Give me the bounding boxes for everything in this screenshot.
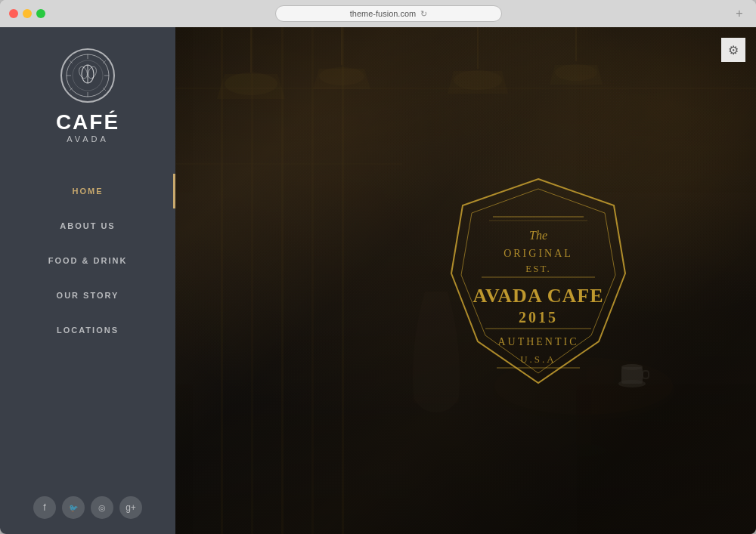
svg-rect-16 [281, 27, 284, 534]
sidebar: CAFÉ AVADA HOME ABOUT US FOOD & DRINK OU… [0, 27, 175, 534]
svg-text:AVADA CAFE: AVADA CAFE [472, 285, 603, 307]
svg-rect-14 [221, 27, 223, 534]
svg-text:The: The [529, 229, 547, 242]
svg-rect-17 [311, 27, 314, 534]
nav-item-home[interactable]: HOME [0, 174, 175, 208]
twitter-icon[interactable]: 🐦 [62, 496, 85, 519]
logo-area: CAFÉ AVADA [0, 27, 175, 159]
instagram-symbol: ◎ [98, 503, 106, 513]
svg-text:AUTHENTIC: AUTHENTIC [497, 336, 578, 347]
traffic-lights [9, 9, 45, 18]
browser-content: CAFÉ AVADA HOME ABOUT US FOOD & DRINK OU… [0, 27, 756, 534]
brand-name: CAFÉ [56, 112, 119, 133]
nav-label-story: OUR STORY [57, 291, 119, 300]
logo-image [65, 53, 110, 98]
facebook-symbol: f [43, 502, 45, 513]
svg-text:U.S.A: U.S.A [520, 353, 556, 365]
badge-svg: The ORIGINAL EST. AVADA CAFE 2015 AUTHEN… [448, 175, 629, 387]
google-plus-symbol: g+ [125, 502, 136, 513]
nav-label-about: ABOUT US [60, 221, 115, 230]
nav-label-locations: LOCATIONS [57, 326, 119, 335]
fullscreen-button[interactable] [36, 9, 45, 18]
nav-item-locations[interactable]: LOCATIONS [0, 313, 175, 347]
svg-rect-42 [414, 397, 459, 403]
main-hero: ⚙ The ORIGINAL EST. [175, 27, 756, 534]
minimize-button[interactable] [23, 9, 32, 18]
nav-menu: HOME ABOUT US FOOD & DRINK OUR STORY LOC… [0, 174, 175, 481]
svg-rect-15 [251, 27, 253, 534]
logo-circle [60, 48, 115, 103]
browser-window: theme-fusion.com ↻ + [0, 0, 756, 534]
google-plus-icon[interactable]: g+ [119, 496, 142, 519]
svg-rect-18 [342, 27, 344, 534]
svg-marker-30 [448, 71, 508, 94]
twitter-symbol: 🐦 [69, 504, 78, 512]
nav-item-about[interactable]: ABOUT US [0, 208, 175, 243]
address-bar-container: theme-fusion.com ↻ [82, 5, 696, 22]
badge-emblem: The ORIGINAL EST. AVADA CAFE 2015 AUTHEN… [448, 175, 629, 387]
nav-label-home: HOME [73, 187, 104, 196]
instagram-icon[interactable]: ◎ [91, 496, 113, 519]
social-bar: f 🐦 ◎ g+ [0, 481, 175, 534]
svg-marker-32 [550, 65, 603, 85]
svg-text:2015: 2015 [519, 309, 558, 326]
svg-marker-28 [313, 69, 370, 89]
brand-sub: AVADA [67, 134, 109, 144]
new-tab-button[interactable]: + [732, 6, 747, 21]
svg-text:ORIGINAL: ORIGINAL [503, 248, 573, 259]
close-button[interactable] [9, 9, 18, 18]
facebook-icon[interactable]: f [33, 496, 56, 519]
address-bar[interactable]: theme-fusion.com ↻ [275, 5, 502, 22]
svg-marker-26 [217, 74, 285, 99]
nav-item-food-drink[interactable]: FOOD & DRINK [0, 243, 175, 278]
svg-rect-20 [175, 163, 402, 165]
browser-titlebar: theme-fusion.com ↻ + [0, 0, 756, 27]
refresh-icon[interactable]: ↻ [420, 9, 427, 19]
svg-point-36 [561, 444, 606, 456]
nav-item-our-story[interactable]: OUR STORY [0, 278, 175, 313]
svg-text:EST.: EST. [525, 263, 550, 274]
nav-label-food: FOOD & DRINK [48, 256, 128, 265]
url-text: theme-fusion.com [350, 9, 416, 18]
svg-rect-35 [576, 390, 591, 450]
settings-button[interactable]: ⚙ [721, 38, 745, 62]
